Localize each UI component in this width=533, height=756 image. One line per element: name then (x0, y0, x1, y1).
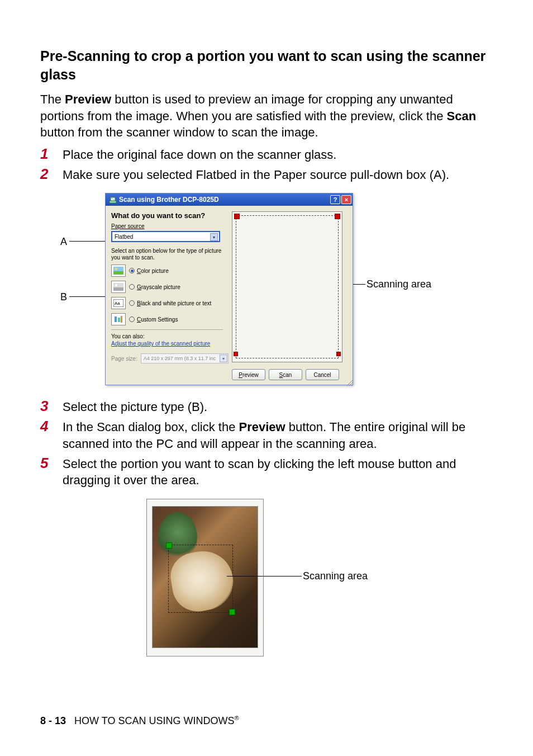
separator (111, 329, 223, 330)
close-button[interactable]: × (341, 195, 351, 204)
intro-text-3: button from the scanner window to scan t… (40, 125, 318, 139)
callout-scanning-area: Scanning area (367, 278, 431, 290)
svg-rect-6 (113, 287, 123, 291)
step-number-5: 5 (40, 456, 63, 470)
step-1-text: Place the original face down on the scan… (63, 147, 493, 163)
page-size-value: A4 210 x 297 mm (8.3 x 11.7 inc (144, 356, 216, 361)
thumb-gray-icon (111, 281, 126, 293)
callout-line-scanning-area-2 (227, 576, 302, 577)
svg-text:Aa: Aa (115, 301, 120, 306)
radio-color[interactable] (129, 268, 135, 273)
crop-selection[interactable] (168, 545, 233, 613)
page-size-label: Page size: (111, 356, 137, 362)
option-bw-label: Black and white picture or text (137, 300, 211, 306)
window-title: Scan using Brother DCP-8025D (119, 196, 329, 204)
paper-source-value: Flatbed (115, 234, 133, 240)
selection-handle (336, 352, 341, 356)
photo-content (152, 506, 258, 648)
preview-button[interactable]: Preview (232, 369, 265, 380)
step-2-text: Make sure you selected Flatbed in the Pa… (63, 167, 493, 183)
step-3-text: Select the picture type (B). (63, 399, 493, 415)
option-custom-settings[interactable]: Custom Settings (111, 313, 229, 325)
callout-scanning-area-2: Scanning area (303, 570, 368, 582)
resize-grip-icon[interactable] (346, 378, 353, 385)
thumb-custom-icon (111, 313, 126, 325)
callout-label-b: B (60, 291, 67, 303)
titlebar[interactable]: Scan using Brother DCP-8025D ? × (106, 193, 353, 206)
preview-area[interactable] (232, 211, 342, 362)
intro-scan-bold: Scan (447, 109, 477, 123)
svg-point-4 (115, 268, 117, 270)
page-footer: 8 - 13 HOW TO SCAN USING WINDOWS® (40, 715, 239, 727)
scan-button[interactable]: Scan (269, 369, 302, 380)
option-grayscale-picture[interactable]: Grayscale picture (111, 281, 229, 293)
step-number-3: 3 (40, 399, 63, 413)
callout-line-b (69, 296, 111, 297)
thumb-color-icon (111, 264, 126, 277)
page-number: 8 - 13 (40, 715, 66, 726)
thumb-bw-icon: Aa (111, 297, 126, 309)
option-color-label: Color picture (137, 268, 169, 274)
radio-bw[interactable] (129, 300, 135, 306)
dialog-question: What do you want to scan? (111, 211, 229, 220)
radio-gray[interactable] (129, 284, 135, 290)
select-option-text: Select an option below for the type of p… (111, 248, 223, 261)
scan-dialog-window: Scan using Brother DCP-8025D ? × What do… (105, 193, 353, 385)
option-bw-picture[interactable]: Aa Black and white picture or text (111, 297, 229, 309)
option-color-picture[interactable]: Color picture (111, 264, 229, 277)
svg-point-7 (115, 284, 117, 286)
option-custom-label: Custom Settings (137, 316, 178, 323)
svg-rect-3 (113, 271, 123, 275)
callout-label-a: A (60, 236, 67, 248)
radio-custom[interactable] (129, 316, 135, 322)
footer-text: HOW TO SCAN USING WINDOWS (74, 715, 234, 726)
step-number-4: 4 (40, 419, 63, 433)
intro-paragraph: The Preview button is used to preview an… (40, 91, 493, 141)
svg-rect-0 (110, 201, 116, 203)
option-gray-label: Grayscale picture (137, 284, 180, 290)
selection-handle-br[interactable] (229, 609, 235, 615)
svg-rect-12 (121, 316, 122, 323)
scanned-image-preview (146, 499, 264, 656)
chevron-down-icon: ▾ (210, 233, 218, 241)
paper-source-label: Paper source (111, 223, 229, 229)
step-number-2: 2 (40, 167, 63, 181)
selection-handle (234, 352, 238, 356)
chevron-down-icon: ▾ (220, 355, 227, 362)
page-size-dropdown: A4 210 x 297 mm (8.3 x 11.7 inc ▾ (141, 353, 229, 363)
cancel-button[interactable]: Cancel (306, 369, 339, 380)
step-number-1: 1 (40, 147, 63, 161)
step-4-text: In the Scan dialog box, click the Previe… (63, 419, 493, 452)
selection-figure: Scanning area (146, 499, 493, 662)
selection-handle-tl[interactable] (166, 542, 172, 549)
section-heading: Pre-Scanning to crop a portion you want … (40, 47, 493, 83)
step-5-text: Select the portion you want to scan by c… (63, 456, 493, 489)
callout-line-a (69, 241, 111, 242)
scanner-icon (109, 196, 117, 204)
dialog-figure: A B Scanning area Scan using Brother DCP… (60, 193, 493, 386)
help-button[interactable]: ? (330, 195, 340, 204)
svg-rect-10 (115, 316, 117, 322)
preview-selection (236, 215, 339, 358)
you-can-also-text: You can also: (111, 333, 229, 339)
intro-text-1: The (40, 92, 65, 106)
adjust-quality-link[interactable]: Adjust the quality of the scanned pictur… (111, 341, 229, 347)
paper-source-dropdown[interactable]: Flatbed ▾ (111, 231, 220, 242)
intro-preview-bold: Preview (65, 92, 111, 106)
svg-rect-11 (118, 318, 120, 322)
registered-symbol: ® (234, 715, 239, 721)
